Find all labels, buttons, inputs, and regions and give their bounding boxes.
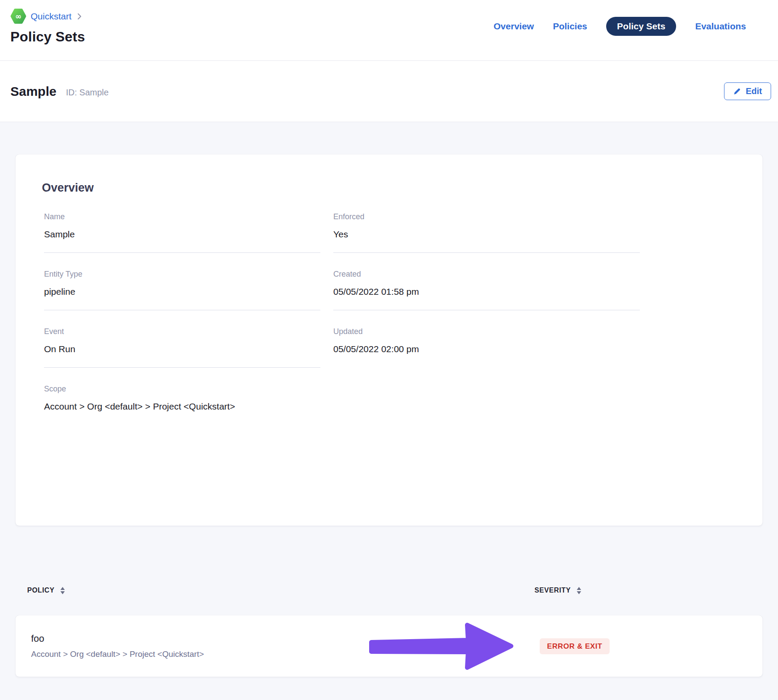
field-updated: Updated 05/05/2022 02:00 pm [333, 310, 640, 367]
overview-fields-right: Enforced Yes Created 05/05/2022 01:58 pm… [333, 213, 640, 425]
tab-policy-sets[interactable]: Policy Sets [606, 17, 676, 36]
policy-scope: Account > Org <default> > Project <Quick… [31, 650, 540, 658]
chevron-right-icon [77, 13, 82, 20]
field-value: On Run [44, 344, 320, 353]
severity-badge: ERROR & EXIT [540, 638, 610, 654]
field-event: Event On Run [44, 310, 320, 368]
overview-fields: Name Sample Entity Type pipeline Event O… [44, 213, 737, 425]
project-icon: ∞ [10, 8, 26, 24]
field-label: Updated [333, 328, 640, 335]
breadcrumb-project-link[interactable]: Quickstart [31, 11, 72, 22]
field-value: Sample [44, 230, 320, 239]
field-label: Name [44, 213, 320, 221]
policies-table-header: POLICY SEVERITY [16, 585, 762, 596]
policy-name: foo [31, 634, 540, 643]
edit-button-label: Edit [746, 86, 762, 96]
tab-overview[interactable]: Overview [493, 21, 534, 32]
field-value: 05/05/2022 01:58 pm [333, 287, 640, 296]
column-header-severity[interactable]: SEVERITY [534, 586, 751, 594]
field-label: Event [44, 328, 320, 335]
column-header-severity-label: SEVERITY [534, 586, 571, 594]
field-value: 05/05/2022 02:00 pm [333, 344, 640, 353]
overview-fields-left: Name Sample Entity Type pipeline Event O… [44, 213, 320, 425]
entity-id: ID: Sample [66, 88, 109, 98]
field-enforced: Enforced Yes [333, 213, 640, 253]
field-label: Created [333, 270, 640, 278]
tab-policies[interactable]: Policies [553, 21, 587, 32]
field-label: Enforced [333, 213, 640, 221]
header-left: ∞ Quickstart Policy Sets [10, 0, 85, 60]
tab-evaluations[interactable]: Evaluations [695, 21, 746, 32]
svg-text:∞: ∞ [15, 12, 22, 21]
field-value: Yes [333, 230, 640, 239]
sort-icon[interactable] [577, 587, 581, 594]
policy-table-row[interactable]: foo Account > Org <default> > Project <Q… [16, 615, 762, 677]
field-name: Name Sample [44, 213, 320, 253]
field-label: Scope [44, 385, 320, 393]
column-header-policy[interactable]: POLICY [27, 586, 534, 594]
entity-toolbar: Sample ID: Sample Edit [0, 61, 778, 122]
entity-name: Sample [10, 84, 57, 99]
field-value: Account > Org <default> > Project <Quick… [44, 402, 320, 411]
breadcrumb: ∞ Quickstart [10, 8, 85, 24]
main-content: Overview Name Sample Entity Type pipelin… [0, 122, 778, 677]
field-value: pipeline [44, 287, 320, 296]
field-entity-type: Entity Type pipeline [44, 253, 320, 310]
sort-icon[interactable] [60, 587, 65, 594]
pencil-icon [733, 87, 741, 95]
field-scope: Scope Account > Org <default> > Project … [44, 368, 320, 425]
module-nav: Overview Policies Policy Sets Evaluation… [493, 16, 746, 36]
page-title: Policy Sets [10, 29, 85, 45]
field-created: Created 05/05/2022 01:58 pm [333, 253, 640, 310]
edit-button[interactable]: Edit [724, 82, 771, 100]
overview-card-title: Overview [42, 182, 737, 194]
overview-card: Overview Name Sample Entity Type pipelin… [16, 155, 762, 526]
policy-cell: foo Account > Org <default> > Project <Q… [31, 634, 540, 658]
app-header: ∞ Quickstart Policy Sets Overview Polici… [0, 0, 778, 61]
field-label: Entity Type [44, 270, 320, 278]
column-header-policy-label: POLICY [27, 586, 54, 594]
